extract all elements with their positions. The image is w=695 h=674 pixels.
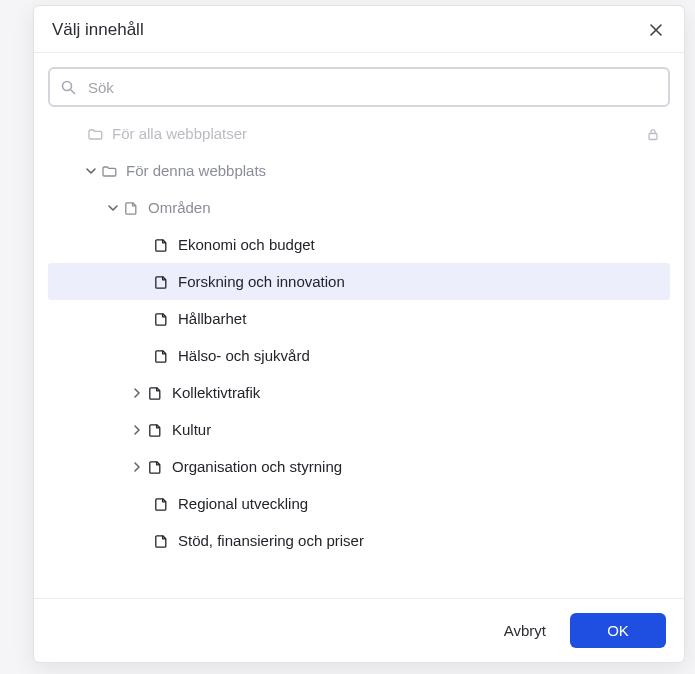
tree-item[interactable]: Kollektivtrafik — [48, 374, 670, 411]
chevron-right-icon[interactable] — [128, 458, 146, 476]
tree-item-label: Hållbarhet — [178, 310, 246, 327]
page-icon — [146, 384, 164, 402]
select-content-dialog: Välj innehåll För alla webbplatser — [33, 5, 685, 663]
lock-icon — [644, 125, 662, 143]
tree-item-all-sites: För alla webbplatser — [48, 115, 670, 152]
close-button[interactable] — [646, 20, 666, 40]
tree-item-label: Hälso- och sjukvård — [178, 347, 310, 364]
tree-item-label: Kollektivtrafik — [172, 384, 260, 401]
page-icon — [152, 532, 170, 550]
tree-item-label: Ekonomi och budget — [178, 236, 315, 253]
tree-item[interactable]: Forskning och innovation — [48, 263, 670, 300]
chevron-right-icon[interactable] — [128, 421, 146, 439]
chevron-right-icon[interactable] — [128, 384, 146, 402]
page-icon — [146, 421, 164, 439]
tree-item-label: För denna webbplats — [126, 162, 266, 179]
tree-item-label: Områden — [148, 199, 211, 216]
tree-item-label: Regional utveckling — [178, 495, 308, 512]
tree-item-this-site[interactable]: För denna webbplats — [48, 152, 670, 189]
ok-button[interactable]: OK — [570, 613, 666, 648]
page-icon — [146, 458, 164, 476]
folder-icon — [86, 125, 104, 143]
page-icon — [152, 495, 170, 513]
dialog-title: Välj innehåll — [52, 20, 144, 40]
folder-icon — [100, 162, 118, 180]
search-field — [48, 67, 670, 107]
tree-item[interactable]: Regional utveckling — [48, 485, 670, 522]
page-icon — [152, 273, 170, 291]
tree-item-label: Forskning och innovation — [178, 273, 345, 290]
cancel-button[interactable]: Avbryt — [498, 613, 552, 648]
tree-item[interactable]: Organisation och styrning — [48, 448, 670, 485]
tree-item[interactable]: Stöd, finansiering och priser — [48, 522, 670, 559]
page-icon — [152, 310, 170, 328]
page-icon — [152, 236, 170, 254]
tree-item[interactable]: Ekonomi och budget — [48, 226, 670, 263]
chevron-down-icon[interactable] — [104, 199, 122, 217]
chevron-down-icon[interactable] — [82, 162, 100, 180]
tree-item-label: Kultur — [172, 421, 211, 438]
dialog-footer: Avbryt OK — [34, 598, 684, 662]
content-tree: För alla webbplatser För denna webbplats — [48, 115, 670, 559]
tree-item[interactable]: Hälso- och sjukvård — [48, 337, 670, 374]
page-icon — [122, 199, 140, 217]
tree-item[interactable]: Kultur — [48, 411, 670, 448]
tree-item-label: Organisation och styrning — [172, 458, 342, 475]
page-icon — [152, 347, 170, 365]
tree-item-label: Stöd, finansiering och priser — [178, 532, 364, 549]
close-icon — [648, 22, 664, 38]
tree-item-label: För alla webbplatser — [112, 125, 247, 142]
tree-item-areas[interactable]: Områden — [48, 189, 670, 226]
tree-item[interactable]: Hållbarhet — [48, 300, 670, 337]
search-input[interactable] — [48, 67, 670, 107]
dialog-body: För alla webbplatser För denna webbplats — [34, 53, 684, 598]
dialog-header: Välj innehåll — [34, 6, 684, 53]
